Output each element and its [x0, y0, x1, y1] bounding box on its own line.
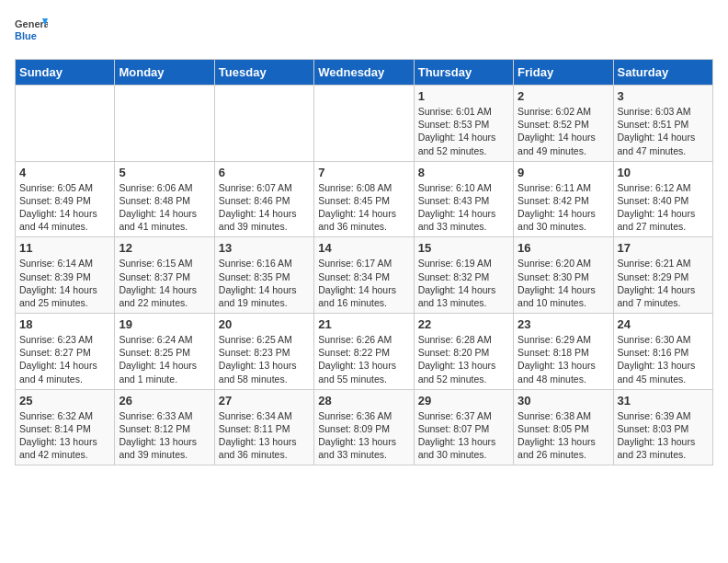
day-number: 20	[219, 317, 310, 331]
svg-text:Blue: Blue	[15, 30, 37, 41]
day-info: Sunrise: 6:08 AM Sunset: 8:45 PM Dayligh…	[318, 181, 409, 234]
day-number: 22	[418, 317, 509, 331]
day-number: 21	[318, 317, 409, 331]
day-number: 2	[518, 89, 609, 103]
day-info: Sunrise: 6:29 AM Sunset: 8:18 PM Dayligh…	[518, 333, 609, 385]
day-info: Sunrise: 6:10 AM Sunset: 8:43 PM Dayligh…	[418, 181, 509, 234]
week-row-1: 1Sunrise: 6:01 AM Sunset: 8:53 PM Daylig…	[16, 86, 713, 162]
calendar-cell	[16, 86, 115, 162]
day-info: Sunrise: 6:01 AM Sunset: 8:53 PM Dayligh…	[418, 105, 509, 157]
logo-svg: General Blue	[15, 15, 48, 48]
calendar-cell: 18Sunrise: 6:23 AM Sunset: 8:27 PM Dayli…	[16, 314, 115, 390]
day-number: 8	[418, 166, 509, 179]
day-header-sunday: Sunday	[16, 60, 115, 86]
day-info: Sunrise: 6:25 AM Sunset: 8:23 PM Dayligh…	[219, 333, 310, 385]
calendar-cell: 9Sunrise: 6:11 AM Sunset: 8:42 PM Daylig…	[514, 161, 613, 237]
calendar-cell: 2Sunrise: 6:02 AM Sunset: 8:52 PM Daylig…	[514, 86, 613, 162]
calendar-cell: 16Sunrise: 6:20 AM Sunset: 8:30 PM Dayli…	[514, 237, 613, 314]
day-info: Sunrise: 6:30 AM Sunset: 8:16 PM Dayligh…	[618, 333, 709, 385]
calendar-cell: 7Sunrise: 6:08 AM Sunset: 8:45 PM Daylig…	[314, 161, 414, 237]
day-number: 30	[518, 394, 609, 408]
day-number: 7	[318, 166, 409, 179]
calendar-cell: 12Sunrise: 6:15 AM Sunset: 8:37 PM Dayli…	[115, 237, 214, 314]
calendar-cell: 4Sunrise: 6:05 AM Sunset: 8:49 PM Daylig…	[16, 161, 115, 237]
calendar-cell: 3Sunrise: 6:03 AM Sunset: 8:51 PM Daylig…	[613, 86, 712, 162]
calendar-cell: 14Sunrise: 6:17 AM Sunset: 8:34 PM Dayli…	[314, 237, 414, 314]
day-info: Sunrise: 6:37 AM Sunset: 8:07 PM Dayligh…	[418, 409, 509, 462]
day-info: Sunrise: 6:28 AM Sunset: 8:20 PM Dayligh…	[418, 333, 509, 385]
calendar-cell: 10Sunrise: 6:12 AM Sunset: 8:40 PM Dayli…	[613, 161, 712, 237]
day-info: Sunrise: 6:11 AM Sunset: 8:42 PM Dayligh…	[518, 181, 609, 234]
day-number: 14	[318, 241, 409, 255]
day-number: 5	[119, 166, 210, 179]
day-info: Sunrise: 6:26 AM Sunset: 8:22 PM Dayligh…	[318, 333, 409, 385]
logo: General Blue	[15, 15, 48, 48]
day-number: 16	[518, 241, 609, 255]
calendar-cell: 15Sunrise: 6:19 AM Sunset: 8:32 PM Dayli…	[414, 237, 513, 314]
day-info: Sunrise: 6:32 AM Sunset: 8:14 PM Dayligh…	[19, 409, 110, 462]
day-info: Sunrise: 6:33 AM Sunset: 8:12 PM Dayligh…	[119, 409, 210, 462]
day-number: 10	[618, 166, 709, 179]
calendar-cell: 27Sunrise: 6:34 AM Sunset: 8:11 PM Dayli…	[214, 389, 313, 465]
day-number: 31	[618, 394, 709, 408]
calendar-cell: 13Sunrise: 6:16 AM Sunset: 8:35 PM Dayli…	[214, 237, 313, 314]
day-number: 9	[518, 166, 609, 179]
day-number: 15	[418, 241, 509, 255]
day-number: 26	[119, 394, 210, 408]
day-info: Sunrise: 6:16 AM Sunset: 8:35 PM Dayligh…	[219, 257, 310, 309]
day-number: 18	[19, 317, 110, 331]
day-number: 27	[219, 394, 310, 408]
day-number: 6	[219, 166, 310, 179]
day-number: 1	[418, 89, 509, 103]
day-number: 4	[19, 166, 110, 179]
day-number: 11	[19, 241, 110, 255]
calendar-cell: 19Sunrise: 6:24 AM Sunset: 8:25 PM Dayli…	[115, 314, 214, 390]
page-header: General Blue	[15, 15, 713, 48]
day-header-monday: Monday	[115, 60, 214, 86]
calendar-cell: 28Sunrise: 6:36 AM Sunset: 8:09 PM Dayli…	[314, 389, 414, 465]
calendar-cell: 1Sunrise: 6:01 AM Sunset: 8:53 PM Daylig…	[414, 86, 513, 162]
day-header-thursday: Thursday	[414, 60, 513, 86]
day-info: Sunrise: 6:39 AM Sunset: 8:03 PM Dayligh…	[618, 409, 709, 462]
day-number: 12	[119, 241, 210, 255]
day-number: 25	[19, 394, 110, 408]
day-header-saturday: Saturday	[613, 60, 712, 86]
day-header-wednesday: Wednesday	[314, 60, 414, 86]
day-info: Sunrise: 6:34 AM Sunset: 8:11 PM Dayligh…	[219, 409, 310, 462]
day-info: Sunrise: 6:15 AM Sunset: 8:37 PM Dayligh…	[119, 257, 210, 309]
day-header-tuesday: Tuesday	[214, 60, 313, 86]
day-number: 23	[518, 317, 609, 331]
calendar-cell: 20Sunrise: 6:25 AM Sunset: 8:23 PM Dayli…	[214, 314, 313, 390]
calendar-cell: 25Sunrise: 6:32 AM Sunset: 8:14 PM Dayli…	[16, 389, 115, 465]
week-row-5: 25Sunrise: 6:32 AM Sunset: 8:14 PM Dayli…	[16, 389, 713, 465]
calendar-cell: 30Sunrise: 6:38 AM Sunset: 8:05 PM Dayli…	[514, 389, 613, 465]
calendar-table: SundayMondayTuesdayWednesdayThursdayFrid…	[15, 59, 713, 465]
day-info: Sunrise: 6:38 AM Sunset: 8:05 PM Dayligh…	[518, 409, 609, 462]
calendar-cell: 17Sunrise: 6:21 AM Sunset: 8:29 PM Dayli…	[613, 237, 712, 314]
day-info: Sunrise: 6:20 AM Sunset: 8:30 PM Dayligh…	[518, 257, 609, 309]
day-info: Sunrise: 6:14 AM Sunset: 8:39 PM Dayligh…	[19, 257, 110, 309]
day-number: 13	[219, 241, 310, 255]
week-row-4: 18Sunrise: 6:23 AM Sunset: 8:27 PM Dayli…	[16, 314, 713, 390]
calendar-cell: 21Sunrise: 6:26 AM Sunset: 8:22 PM Dayli…	[314, 314, 414, 390]
day-info: Sunrise: 6:03 AM Sunset: 8:51 PM Dayligh…	[618, 105, 709, 157]
day-info: Sunrise: 6:05 AM Sunset: 8:49 PM Dayligh…	[19, 181, 110, 234]
day-info: Sunrise: 6:24 AM Sunset: 8:25 PM Dayligh…	[119, 333, 210, 385]
calendar-cell	[314, 86, 414, 162]
day-info: Sunrise: 6:19 AM Sunset: 8:32 PM Dayligh…	[418, 257, 509, 309]
calendar-cell: 6Sunrise: 6:07 AM Sunset: 8:46 PM Daylig…	[214, 161, 313, 237]
calendar-cell: 11Sunrise: 6:14 AM Sunset: 8:39 PM Dayli…	[16, 237, 115, 314]
calendar-cell: 23Sunrise: 6:29 AM Sunset: 8:18 PM Dayli…	[514, 314, 613, 390]
day-info: Sunrise: 6:12 AM Sunset: 8:40 PM Dayligh…	[618, 181, 709, 234]
svg-text:General: General	[15, 18, 48, 29]
calendar-cell: 26Sunrise: 6:33 AM Sunset: 8:12 PM Dayli…	[115, 389, 214, 465]
calendar-cell: 31Sunrise: 6:39 AM Sunset: 8:03 PM Dayli…	[613, 389, 712, 465]
day-number: 28	[318, 394, 409, 408]
day-info: Sunrise: 6:23 AM Sunset: 8:27 PM Dayligh…	[19, 333, 110, 385]
day-number: 17	[618, 241, 709, 255]
week-row-3: 11Sunrise: 6:14 AM Sunset: 8:39 PM Dayli…	[16, 237, 713, 314]
day-number: 3	[618, 89, 709, 103]
calendar-cell	[214, 86, 313, 162]
day-header-friday: Friday	[514, 60, 613, 86]
calendar-cell: 22Sunrise: 6:28 AM Sunset: 8:20 PM Dayli…	[414, 314, 513, 390]
